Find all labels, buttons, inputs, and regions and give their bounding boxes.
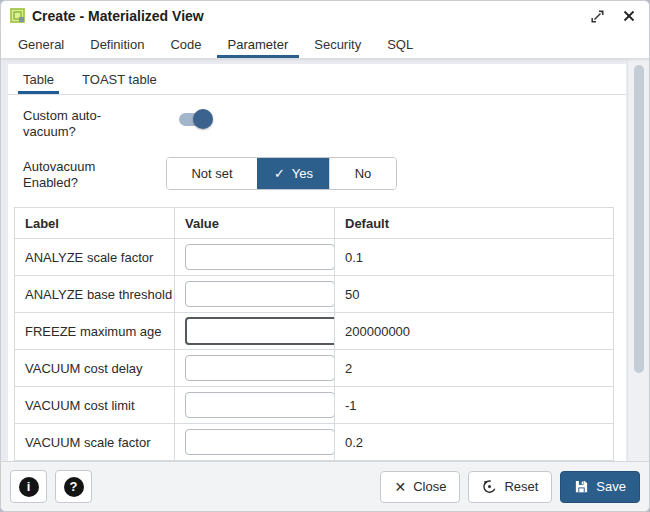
table-row: ANALYZE base threshold 50 (15, 276, 614, 313)
param-value-input[interactable] (185, 244, 335, 270)
param-value-input[interactable] (185, 392, 335, 418)
tab-label: Parameter (228, 37, 289, 52)
save-icon (574, 479, 589, 494)
close-x-icon: ✕ (394, 480, 406, 494)
info-icon: i (19, 477, 39, 497)
help-icon: ? (64, 477, 84, 497)
tab-code[interactable]: Code (157, 31, 214, 58)
save-label: Save (596, 479, 626, 494)
option-label: No (355, 166, 372, 181)
param-default: -1 (335, 387, 614, 424)
close-icon[interactable] (621, 8, 637, 24)
param-label: ANALYZE base threshold (15, 276, 175, 313)
table-row: VACUUM scale factor 0.2 (15, 424, 614, 461)
column-header-label: Label (15, 208, 175, 239)
vertical-scrollbar-thumb[interactable] (634, 65, 644, 373)
subtab-label: TOAST table (82, 72, 157, 87)
param-value-input[interactable] (185, 355, 335, 381)
custom-autovacuum-toggle[interactable] (179, 109, 214, 129)
reset-icon (482, 479, 497, 494)
table-header-row: Label Value Default (15, 208, 614, 239)
save-button[interactable]: Save (560, 471, 640, 503)
param-value-input-focused[interactable] (185, 317, 335, 345)
tab-sql[interactable]: SQL (374, 31, 426, 58)
tab-security[interactable]: Security (301, 31, 374, 58)
vertical-scrollbar-track[interactable] (627, 59, 649, 461)
help-button[interactable]: ? (55, 470, 92, 503)
reset-label: Reset (504, 479, 538, 494)
tab-definition[interactable]: Definition (77, 31, 157, 58)
table-row: VACUUM cost delay 2 (15, 350, 614, 387)
param-default: 2 (335, 350, 614, 387)
close-button[interactable]: ✕ Close (380, 471, 460, 503)
parameters-table: Label Value Default ANALYZE scale factor… (14, 207, 614, 461)
create-materialized-view-dialog: Create - Materialized View General (0, 0, 650, 512)
tab-label: Code (170, 37, 201, 52)
check-icon: ✓ (274, 166, 285, 181)
option-label: Not set (191, 166, 232, 181)
param-label: VACUUM cost delay (15, 350, 175, 387)
reset-button[interactable]: Reset (468, 471, 552, 503)
subtab-table[interactable]: Table (18, 64, 59, 94)
column-header-default: Default (335, 208, 614, 239)
param-value-input[interactable] (185, 281, 335, 307)
param-label: FREEZE maximum age (15, 313, 175, 350)
dialog-title: Create - Materialized View (32, 8, 204, 24)
table-row: ANALYZE scale factor 0.1 (15, 239, 614, 276)
param-default: 200000000 (335, 313, 614, 350)
tab-parameter[interactable]: Parameter (215, 31, 302, 58)
param-label: VACUUM scale factor (15, 424, 175, 461)
tab-label: Definition (90, 37, 144, 52)
autovacuum-option-not-set[interactable]: Not set (167, 158, 257, 189)
info-button[interactable]: i (10, 470, 47, 503)
param-default: 50 (335, 276, 614, 313)
param-default: 0.2 (335, 424, 614, 461)
tab-label: SQL (387, 37, 413, 52)
table-row: VACUUM cost limit -1 (15, 387, 614, 424)
toggle-knob (193, 109, 213, 129)
param-default: 0.1 (335, 239, 614, 276)
param-label: VACUUM base threshold (15, 461, 175, 462)
autovacuum-enabled-label: Autovacuum Enabled? (23, 157, 176, 192)
tab-label: Security (314, 37, 361, 52)
param-value-input[interactable] (185, 429, 335, 455)
param-label: VACUUM cost limit (15, 387, 175, 424)
subtab-toast-table[interactable]: TOAST table (77, 64, 162, 94)
titlebar: Create - Materialized View (1, 1, 649, 31)
footer-bar: i ? ✕ Close Reset (1, 461, 649, 511)
main-tabbar: General Definition Code Parameter Securi… (1, 31, 649, 59)
custom-autovacuum-label: Custom auto-vacuum? (23, 106, 179, 141)
autovacuum-enabled-group: Not set ✓ Yes No (166, 157, 397, 190)
sub-tabbar: Table TOAST table (8, 64, 626, 95)
tab-general[interactable]: General (5, 31, 77, 58)
close-label: Close (413, 479, 446, 494)
tab-label: General (18, 37, 64, 52)
param-default: 50 (335, 461, 614, 462)
subtab-label: Table (23, 72, 54, 87)
expand-icon[interactable] (589, 8, 605, 24)
option-label: Yes (292, 166, 313, 181)
param-label: ANALYZE scale factor (15, 239, 175, 276)
column-header-value: Value (175, 208, 335, 239)
parameter-panel: Table TOAST table Custom auto-vacuum? Au… (1, 59, 649, 461)
table-row: FREEZE maximum age 200000000 (15, 313, 614, 350)
materialized-view-icon (10, 8, 26, 24)
table-subpanel: Table TOAST table Custom auto-vacuum? Au… (8, 64, 626, 461)
controls-section: Custom auto-vacuum? Autovacuum Enabled? … (8, 95, 626, 191)
table-row: VACUUM base threshold 50 (15, 461, 614, 462)
autovacuum-option-no[interactable]: No (329, 158, 396, 189)
autovacuum-option-yes[interactable]: ✓ Yes (257, 158, 329, 189)
